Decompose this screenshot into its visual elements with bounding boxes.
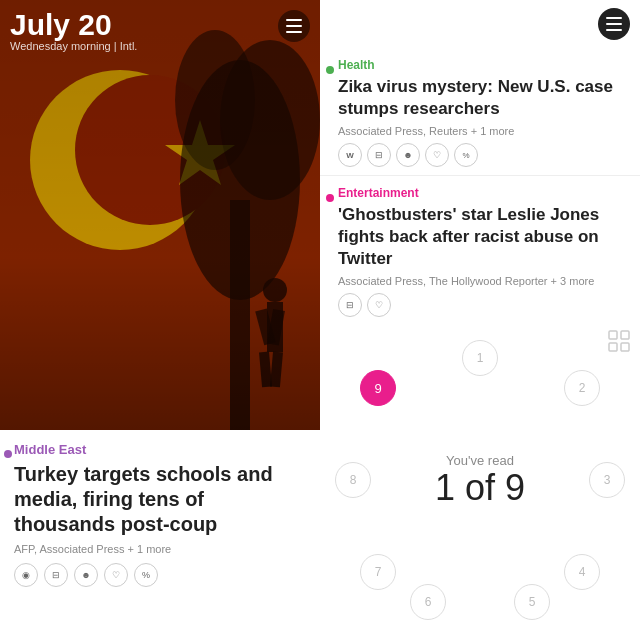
icon-source-w[interactable]: ◉ xyxy=(14,563,38,587)
right-article-2[interactable]: Entertainment 'Ghostbusters' star Leslie… xyxy=(320,176,640,320)
icon-share[interactable]: ⊟ xyxy=(367,143,391,167)
menu-line-2 xyxy=(286,25,302,27)
right-articles-list: Health Zika virus mystery: New U.S. case… xyxy=(320,48,640,320)
right-menu-button[interactable] xyxy=(598,8,630,40)
right-article-2-source: Associated Press, The Hollywood Reporter… xyxy=(338,275,628,287)
icon-react[interactable]: ☻ xyxy=(74,563,98,587)
hero-overlay xyxy=(0,0,320,430)
menu-line-1 xyxy=(286,19,302,21)
right-menu-line-1 xyxy=(606,17,622,19)
counter-read-label: You've read xyxy=(435,453,525,468)
menu-line-3 xyxy=(286,31,302,33)
counter-section: 1 2 3 4 5 6 7 xyxy=(320,320,640,640)
right-menu-line-3 xyxy=(606,29,622,31)
counter-grid: 1 2 3 4 5 6 7 xyxy=(330,330,630,630)
right-article-1-category: Health xyxy=(338,58,628,72)
right-article-2-category: Entertainment xyxy=(338,186,628,200)
left-article-category: Middle East xyxy=(14,442,306,457)
counter-9[interactable]: 9 xyxy=(360,370,396,406)
right-article-2-icons: ⊟ ♡ xyxy=(338,293,628,317)
left-menu-button[interactable] xyxy=(278,10,310,42)
right-panel: Health Zika virus mystery: New U.S. case… xyxy=(320,0,640,640)
icon-share-2[interactable]: ⊟ xyxy=(338,293,362,317)
right-article-1[interactable]: Health Zika virus mystery: New U.S. case… xyxy=(320,48,640,176)
right-article-2-dot xyxy=(326,194,334,202)
hero-image: July 20 Wednesday morning | Intl. xyxy=(0,0,320,430)
icon-share[interactable]: ⊟ xyxy=(44,563,68,587)
counter-5[interactable]: 5 xyxy=(514,584,550,620)
counter-2[interactable]: 2 xyxy=(564,370,600,406)
hero-date: July 20 Wednesday morning | Intl. xyxy=(10,10,137,52)
counter-center: You've read 1 of 9 xyxy=(435,453,525,508)
icon-like[interactable]: ♡ xyxy=(104,563,128,587)
left-article-title: Turkey targets schools and media, firing… xyxy=(14,462,306,537)
icon-like[interactable]: ♡ xyxy=(425,143,449,167)
icon-percent[interactable]: % xyxy=(454,143,478,167)
date-title: July 20 xyxy=(10,10,137,40)
icon-react[interactable]: ☻ xyxy=(396,143,420,167)
left-article[interactable]: Middle East Turkey targets schools and m… xyxy=(0,430,320,640)
counter-8[interactable]: 8 xyxy=(335,462,371,498)
counter-7[interactable]: 7 xyxy=(360,554,396,590)
counter-1[interactable]: 1 xyxy=(462,340,498,376)
right-article-2-title: 'Ghostbusters' star Leslie Jones fights … xyxy=(338,204,628,270)
right-article-1-title: Zika virus mystery: New U.S. case stumps… xyxy=(338,76,628,120)
counter-fraction: 1 of 9 xyxy=(435,468,525,508)
right-menu-line-2 xyxy=(606,23,622,25)
icon-more[interactable]: % xyxy=(134,563,158,587)
right-article-1-dot xyxy=(326,66,334,74)
left-article-source: AFP, Associated Press + 1 more xyxy=(14,543,306,555)
left-article-icons: ◉ ⊟ ☻ ♡ % xyxy=(14,563,306,587)
counter-6[interactable]: 6 xyxy=(410,584,446,620)
icon-w[interactable]: W xyxy=(338,143,362,167)
date-sub: Wednesday morning | Intl. xyxy=(10,40,137,52)
right-article-1-icons: W ⊟ ☻ ♡ % xyxy=(338,143,628,167)
counter-3[interactable]: 3 xyxy=(589,462,625,498)
icon-like-2[interactable]: ♡ xyxy=(367,293,391,317)
right-article-1-source: Associated Press, Reuters + 1 more xyxy=(338,125,628,137)
left-article-dot xyxy=(4,450,12,458)
left-panel: July 20 Wednesday morning | Intl. Middle… xyxy=(0,0,320,640)
counter-4[interactable]: 4 xyxy=(564,554,600,590)
right-header xyxy=(320,0,640,48)
